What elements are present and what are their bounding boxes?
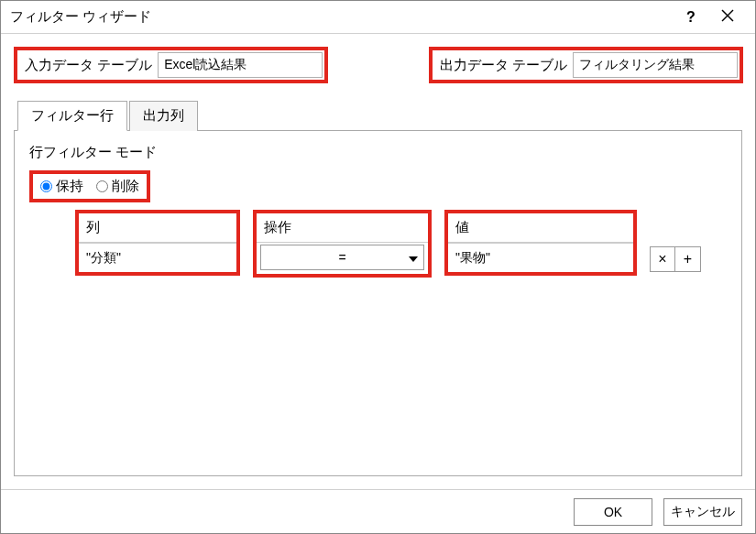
tab-output-columns[interactable]: 出力列 [129,101,198,131]
ok-button[interactable]: OK [574,498,652,526]
output-table-label: 出力データ テーブル [434,53,573,78]
input-table-group: 入力データ テーブル [14,47,328,83]
filter-value-cell[interactable]: "果物" [448,243,633,272]
io-row: 入力データ テーブル 出力データ テーブル [14,47,742,83]
row-filter-mode-group: 保持 削除 [29,170,150,202]
mode-remove-option[interactable]: 削除 [96,178,139,195]
chevron-down-icon [409,250,418,265]
mode-keep-option[interactable]: 保持 [40,178,83,195]
help-button[interactable]: ? [673,9,709,26]
close-icon [721,10,734,25]
filter-operation-header: 操作 [257,213,428,243]
tab-panel-filter-rows: 行フィルター モード 保持 削除 列 "分類" [14,130,742,476]
output-table-field[interactable] [573,52,738,78]
filter-column-cell[interactable]: "分類" [79,243,236,272]
remove-row-button[interactable]: × [650,246,675,272]
mode-keep-label: 保持 [56,178,83,195]
filter-wizard-window: フィルター ウィザード ? 入力データ テーブル 出力データ テーブル フィルタ… [0,0,756,534]
cancel-button[interactable]: キャンセル [663,498,742,526]
svg-marker-2 [409,256,418,262]
footer: OK キャンセル [1,489,755,533]
row-filter-mode-label: 行フィルター モード [29,144,727,161]
filter-row-buttons: × + [650,210,701,276]
mode-remove-label: 削除 [112,178,139,195]
output-table-group: 出力データ テーブル [429,47,743,83]
titlebar: フィルター ウィザード ? [1,1,755,34]
tab-filter-rows[interactable]: フィルター行 [17,101,127,131]
filter-grid: 列 "分類" 操作 = 値 "果物" [29,210,727,278]
filter-column-col: 列 "分類" [75,210,240,276]
filter-value-header: 値 [448,213,633,243]
mode-keep-radio[interactable] [40,180,52,192]
filter-operation-select[interactable]: = [260,245,424,270]
close-button[interactable] [709,9,746,25]
filter-operation-value: = [338,250,345,265]
mode-remove-radio[interactable] [96,180,108,192]
input-table-label: 入力データ テーブル [19,53,158,78]
window-title: フィルター ウィザード [10,8,673,26]
filter-operation-col: 操作 = [253,210,432,278]
tab-strip: フィルター行 出力列 [14,101,742,131]
filter-value-col: 値 "果物" [444,210,637,276]
filter-column-header: 列 [79,213,236,243]
add-row-button[interactable]: + [675,246,701,272]
content-area: 入力データ テーブル 出力データ テーブル フィルター行 出力列 行フィルター … [1,34,755,489]
tabs: フィルター行 出力列 行フィルター モード 保持 削除 [14,100,742,476]
input-table-field[interactable] [158,52,323,78]
